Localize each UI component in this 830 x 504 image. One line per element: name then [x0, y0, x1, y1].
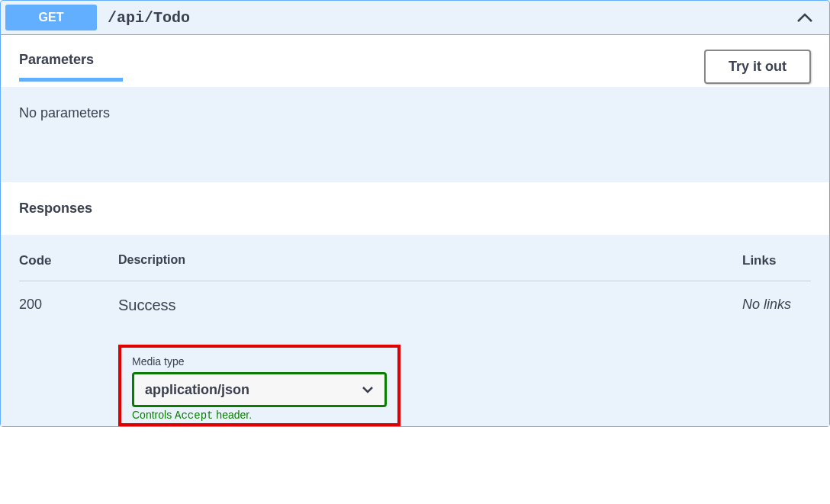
col-header-links: Links	[742, 253, 811, 268]
media-type-select[interactable]: application/json	[134, 374, 384, 405]
chevron-up-icon[interactable]	[796, 8, 814, 27]
response-links: No links	[742, 297, 811, 426]
media-type-select-wrap: application/json	[132, 372, 387, 407]
responses-header-label: Responses	[19, 201, 811, 217]
response-row: 200 Success Media type application/json	[19, 281, 811, 426]
parameters-header: Parameters Try it out	[1, 35, 829, 87]
operation-block: GET /api/Todo Parameters Try it out No p…	[0, 0, 830, 427]
responses-section: Responses Code Description Links 200 Suc…	[1, 182, 829, 426]
hint-code: Accept	[175, 409, 213, 422]
col-header-code: Code	[19, 253, 118, 268]
hint-prefix: Controls	[132, 409, 175, 421]
responses-header: Responses	[1, 182, 829, 235]
operation-path: /api/Todo	[97, 9, 796, 27]
accept-header-hint: Controls Accept header.	[132, 409, 387, 422]
col-header-description: Description	[118, 253, 742, 268]
media-type-highlight-box: Media type application/json	[118, 345, 401, 426]
hint-suffix: header.	[213, 409, 252, 421]
response-description: Success Media type application/json	[118, 297, 742, 426]
no-parameters-text: No parameters	[19, 105, 811, 121]
responses-table: Code Description Links 200 Success Media…	[1, 235, 829, 426]
response-code: 200	[19, 297, 118, 426]
try-it-out-button[interactable]: Try it out	[704, 50, 811, 84]
operation-body: Parameters Try it out No parameters Resp…	[1, 35, 829, 426]
parameters-tab-label: Parameters	[19, 52, 94, 82]
method-badge: GET	[5, 5, 97, 30]
responses-table-head: Code Description Links	[19, 253, 811, 281]
parameters-tab[interactable]: Parameters	[19, 52, 94, 82]
operation-summary-row[interactable]: GET /api/Todo	[1, 1, 829, 35]
media-type-label: Media type	[132, 355, 387, 368]
response-description-text: Success	[118, 297, 742, 314]
parameters-container: No parameters	[1, 87, 829, 182]
